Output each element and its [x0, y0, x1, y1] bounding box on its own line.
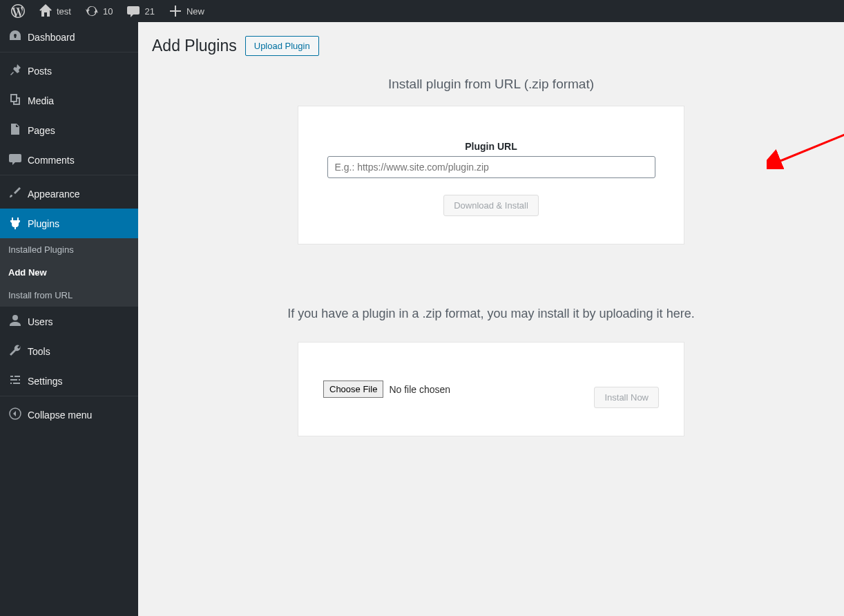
sidebar-item-label: Comments [28, 155, 75, 166]
sidebar-item-tools[interactable]: Tools [0, 336, 138, 366]
zip-upload-card: Choose File No file chosen Install Now [298, 342, 684, 436]
svg-line-1 [777, 124, 844, 162]
submenu-add-new[interactable]: Add New [0, 261, 138, 284]
comments-count: 21 [144, 6, 154, 17]
admin-sidebar: Dashboard Posts Media Pages Comments App… [0, 22, 138, 616]
updates-count: 10 [103, 6, 113, 17]
sidebar-item-settings[interactable]: Settings [0, 366, 138, 396]
sidebar-item-appearance[interactable]: Appearance [0, 179, 138, 209]
page-icon [8, 122, 22, 138]
collapse-menu[interactable]: Collapse menu [0, 400, 138, 430]
main-content: Add Plugins Upload Plugin Install plugin… [138, 22, 844, 616]
wrench-icon [8, 343, 22, 359]
plugins-submenu: Installed Plugins Add New Install from U… [0, 238, 138, 307]
sidebar-item-label: Appearance [28, 189, 80, 200]
sidebar-item-comments[interactable]: Comments [0, 145, 138, 175]
sliders-icon [8, 373, 22, 389]
site-link[interactable]: test [33, 0, 77, 22]
choose-file-button[interactable]: Choose File [323, 381, 383, 398]
sidebar-item-label: Collapse menu [28, 410, 92, 421]
sidebar-item-label: Users [28, 316, 53, 327]
sidebar-item-label: Settings [28, 376, 63, 387]
chevron-left-icon [8, 407, 22, 423]
sidebar-item-posts[interactable]: Posts [0, 56, 138, 86]
download-install-button[interactable]: Download & Install [443, 195, 539, 216]
sidebar-item-label: Plugins [28, 218, 59, 229]
install-now-button[interactable]: Install Now [594, 387, 659, 408]
comments-link[interactable]: 21 [121, 0, 160, 22]
sidebar-item-label: Tools [28, 346, 50, 357]
zip-upload-help: If you have a plugin in a .zip format, y… [152, 307, 830, 321]
file-chosen-status: No file chosen [389, 384, 450, 395]
admin-bar: test 10 21 New [0, 0, 844, 22]
user-icon [8, 314, 22, 329]
url-install-heading: Install plugin from URL (.zip format) [152, 77, 830, 92]
comment-icon [126, 4, 140, 18]
brush-icon [8, 186, 22, 202]
submenu-installed-plugins[interactable]: Installed Plugins [0, 238, 138, 261]
comment-icon [8, 152, 22, 168]
plugin-url-input[interactable] [327, 156, 655, 178]
submenu-install-from-url[interactable]: Install from URL [0, 284, 138, 307]
url-install-card: Plugin URL Download & Install [298, 106, 684, 244]
pin-icon [8, 63, 22, 79]
page-title: Add Plugins [152, 37, 237, 55]
sidebar-item-label: Media [28, 95, 54, 106]
refresh-icon [85, 4, 99, 18]
sidebar-item-users[interactable]: Users [0, 307, 138, 336]
sidebar-item-plugins[interactable]: Plugins [0, 209, 138, 238]
plug-icon [8, 215, 22, 231]
site-name: test [57, 6, 71, 17]
upload-plugin-button[interactable]: Upload Plugin [245, 36, 319, 56]
wp-logo[interactable] [6, 0, 30, 22]
wordpress-icon [11, 4, 25, 18]
sidebar-item-label: Pages [28, 125, 55, 136]
annotation-arrow [767, 121, 844, 169]
media-icon [8, 93, 22, 108]
sidebar-item-label: Dashboard [28, 32, 75, 43]
sidebar-item-media[interactable]: Media [0, 86, 138, 115]
updates-link[interactable]: 10 [79, 0, 118, 22]
plus-icon [169, 4, 182, 18]
new-label: New [186, 6, 204, 17]
sidebar-item-dashboard[interactable]: Dashboard [0, 22, 138, 52]
dashboard-icon [8, 29, 22, 45]
sidebar-item-label: Posts [28, 66, 52, 77]
sidebar-item-pages[interactable]: Pages [0, 115, 138, 145]
home-icon [39, 4, 52, 18]
new-content-link[interactable]: New [163, 0, 210, 22]
plugin-url-label: Plugin URL [323, 141, 659, 152]
